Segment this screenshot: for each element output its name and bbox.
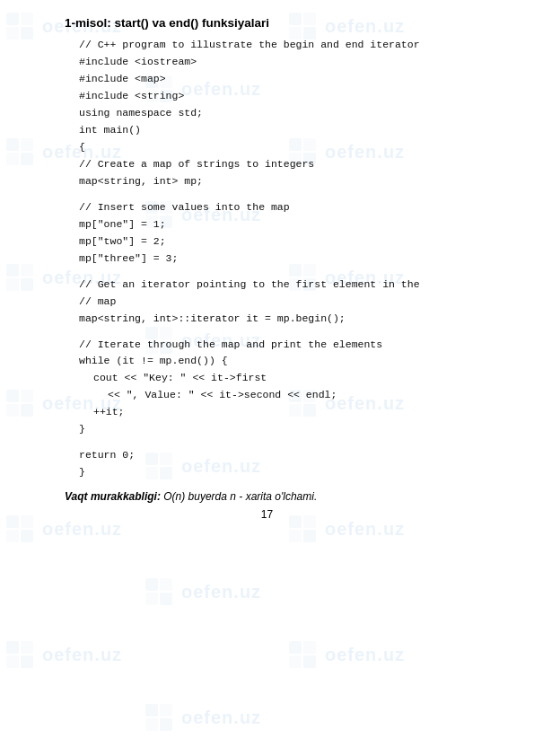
section-title: 1-misol: start() va end() funksiyalari — [65, 16, 469, 30]
page-number: 17 — [65, 508, 469, 521]
watermark-15: oefen.uz — [144, 575, 261, 609]
code-line-main-decl: int main() — [65, 122, 469, 139]
code-line-mp-three: mp["three"] = 3; — [65, 251, 469, 268]
svg-rect-58 — [160, 578, 172, 591]
code-line-using: using namespace std; — [65, 105, 469, 122]
watermark-text-17: oefen.uz — [325, 645, 405, 665]
code-line-comment4: // Get an iterator pointing to the first… — [65, 277, 469, 294]
footer-value-text: O(n) buyerda n - xarita o'lchami. — [163, 490, 317, 503]
code-line-return: return 0; — [65, 447, 469, 464]
svg-rect-71 — [160, 718, 172, 731]
code-line-map-decl: map<string, int> mp; — [65, 173, 469, 190]
footer-label: Vaqt murakkabligi: — [65, 490, 161, 503]
empty-line-2 — [65, 268, 469, 277]
code-line-comment4b: // map — [65, 294, 469, 311]
watermark-text-18: oefen.uz — [181, 708, 261, 728]
svg-rect-60 — [6, 641, 19, 654]
empty-line-1 — [65, 190, 469, 199]
watermark-17: oefen.uz — [287, 637, 405, 672]
code-line-plusplus: ++it; — [65, 404, 469, 421]
svg-rect-56 — [145, 578, 158, 591]
code-line-brace-open: { — [65, 139, 469, 156]
watermark-text-16: oefen.uz — [42, 645, 122, 665]
code-line-brace-close: } — [65, 464, 469, 481]
footer-note: Vaqt murakkabligi: O(n) buyerda n - xari… — [65, 490, 469, 503]
code-line-while: while (it != mp.end()) { — [65, 353, 469, 370]
code-line-comment2: // Create a map of strings to integers — [65, 156, 469, 173]
empty-line-3 — [65, 328, 469, 337]
empty-line-4 — [65, 438, 469, 447]
svg-rect-70 — [160, 704, 172, 716]
svg-rect-59 — [160, 593, 172, 605]
code-line-comment3: // Insert some values into the map — [65, 199, 469, 216]
code-line-mp-one: mp["one"] = 1; — [65, 216, 469, 233]
watermark-18: oefen.uz — [144, 700, 261, 734]
code-block: // C++ program to illustrate the begin a… — [65, 37, 469, 481]
code-line-cout1: cout << "Key: " << it->first — [65, 370, 469, 387]
watermark-text-15: oefen.uz — [181, 582, 261, 602]
svg-rect-63 — [21, 655, 33, 668]
code-line-brace-while: } — [65, 421, 469, 438]
svg-rect-64 — [289, 641, 302, 654]
svg-rect-66 — [303, 641, 316, 654]
svg-rect-69 — [145, 718, 158, 731]
code-line-comment5: // Iterate through the map and print the… — [65, 337, 469, 354]
page-content: 1-misol: start() va end() funksiyalari /… — [0, 0, 534, 548]
svg-rect-65 — [289, 655, 302, 668]
watermark-16: oefen.uz — [4, 637, 122, 672]
code-line-include3: #include <string> — [65, 88, 469, 105]
code-line-cout2: << ", Value: " << it->second << endl; — [65, 387, 469, 404]
code-line-comment1: // C++ program to illustrate the begin a… — [65, 37, 469, 54]
code-line-iterator-decl: map<string, int>::iterator it = mp.begin… — [65, 311, 469, 328]
code-line-include1: #include <iostream> — [65, 54, 469, 71]
svg-rect-62 — [21, 641, 33, 654]
code-line-include2: #include <map> — [65, 71, 469, 88]
svg-rect-67 — [303, 655, 316, 668]
code-line-mp-two: mp["two"] = 2; — [65, 233, 469, 251]
svg-rect-61 — [6, 655, 19, 668]
svg-rect-57 — [145, 593, 158, 605]
svg-rect-68 — [145, 704, 158, 716]
